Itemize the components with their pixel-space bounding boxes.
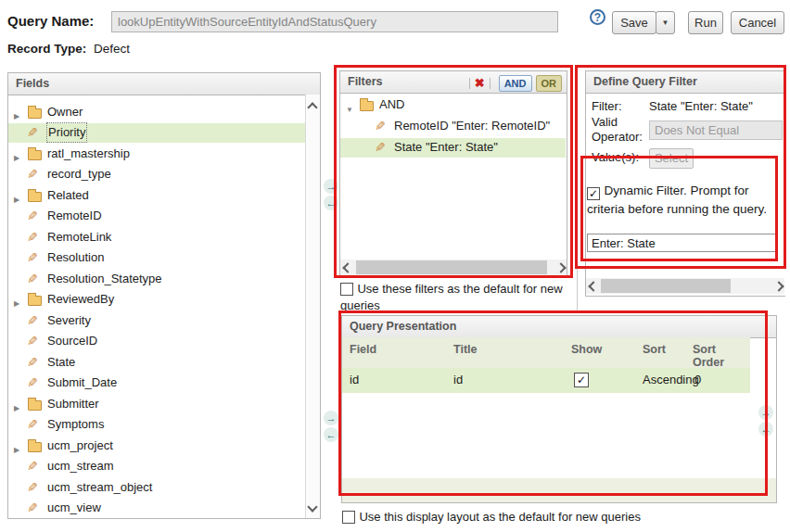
checkbox-unchecked[interactable] xyxy=(340,283,353,296)
scrollbar-thumb[interactable] xyxy=(601,279,731,293)
or-button[interactable]: OR xyxy=(536,75,563,92)
move-right-button[interactable]: → xyxy=(758,405,773,420)
folder-icon xyxy=(28,108,42,119)
fields-tree: ✎ ▶Owner ✎Priority ▶ratl_mastership ✎rec… xyxy=(8,95,305,517)
values-label: Value(s): xyxy=(592,150,649,165)
valid-operator-label: Valid Operator: xyxy=(592,115,649,145)
filter-group-and[interactable]: ▼ AND xyxy=(340,95,566,115)
field-item-label: Symptoms xyxy=(47,415,104,434)
presentation-default-checkbox-label: Use this display layout as the default f… xyxy=(359,510,641,524)
query-name-input[interactable] xyxy=(111,11,558,32)
move-left-button[interactable]: ← xyxy=(324,196,338,210)
expand-icon[interactable]: ▶ xyxy=(14,295,19,313)
run-button[interactable]: Run xyxy=(688,11,723,34)
scrollbar-thumb[interactable] xyxy=(356,260,547,274)
field-item-severity[interactable]: ✎Severity xyxy=(8,311,305,331)
pencil-icon: ✎ xyxy=(27,499,38,517)
field-item-sourceid[interactable]: ✎SourceID xyxy=(8,332,305,351)
save-button[interactable]: Save xyxy=(612,11,656,34)
field-item-label: Related xyxy=(47,186,89,205)
cell-field: id xyxy=(350,373,359,386)
record-type-label: Record Type: xyxy=(7,42,86,56)
field-item-label: ucm_stream xyxy=(47,457,114,475)
field-item-ratl-mastership[interactable]: ▶ratl_mastership xyxy=(8,145,305,164)
field-item-ucm-project[interactable]: ▶ucm_project xyxy=(8,437,305,456)
field-item-state[interactable]: ✎State xyxy=(8,353,305,373)
field-item-label: ReviewedBy xyxy=(47,290,114,309)
filter-item-state[interactable]: ✎ State "Enter: State" xyxy=(340,138,566,158)
save-dropdown-button[interactable]: ▼ xyxy=(656,11,675,34)
delete-filter-icon[interactable]: ✖ xyxy=(475,76,485,90)
field-item-resolution-statetype[interactable]: ✎Resolution_Statetype xyxy=(8,270,305,289)
fields-scrollbar[interactable] xyxy=(305,95,320,518)
move-right-button[interactable]: → xyxy=(324,411,338,425)
cell-title: id xyxy=(453,373,463,386)
field-item-remotelink[interactable]: ✎RemoteLink xyxy=(8,228,305,247)
fields-panel-title: Fields xyxy=(8,73,320,95)
field-item-ucm-stream[interactable]: ✎ucm_stream xyxy=(8,457,305,476)
define-hscrollbar[interactable] xyxy=(586,278,784,294)
help-icon[interactable]: ? xyxy=(590,9,605,25)
column-sort-order[interactable]: Sort Order xyxy=(693,343,732,369)
field-item-owner[interactable]: ▶Owner xyxy=(8,103,305,122)
chevron-down-icon: ▼ xyxy=(656,12,674,33)
move-left-button[interactable]: ← xyxy=(758,422,773,437)
move-left-button[interactable]: ← xyxy=(324,427,338,442)
field-item-record-type[interactable]: ✎record_type xyxy=(8,165,305,184)
field-item-submitter[interactable]: ▶Submitter xyxy=(8,395,305,414)
define-filter-panel-title: Define Query Filter xyxy=(586,71,785,94)
checkbox-unchecked[interactable] xyxy=(342,511,355,524)
valid-operator-select[interactable]: Does Not Equal xyxy=(649,120,783,140)
field-item-ucm-stream-object[interactable]: ✎ucm_stream_object xyxy=(8,478,305,498)
folder-icon xyxy=(28,150,42,160)
and-button[interactable]: AND xyxy=(499,75,532,92)
presentation-table-header: Field Title Show Sort Sort Order xyxy=(342,337,750,368)
column-show[interactable]: Show xyxy=(571,343,602,356)
field-item-label: Submit_Date xyxy=(47,374,117,392)
checkbox-checked[interactable]: ✓ xyxy=(587,187,600,200)
folder-icon xyxy=(360,101,374,111)
field-item-label: Severity xyxy=(47,311,91,330)
field-item-submit-date[interactable]: ✎Submit_Date xyxy=(8,374,305,393)
field-item-label: Resolution xyxy=(47,248,104,267)
dynamic-filter-row[interactable]: ✓ Dynamic Filter. Prompt for criteria be… xyxy=(587,182,774,217)
field-item-label: ratl_mastership xyxy=(47,145,130,163)
show-checkbox-checked[interactable]: ✓ xyxy=(574,373,589,387)
column-sort[interactable]: Sort xyxy=(643,343,666,356)
divider xyxy=(490,78,491,89)
query-editor: Query Name: ? Save ▼ Run Cancel Record T… xyxy=(0,0,790,532)
field-item-priority[interactable]: ✎Priority xyxy=(8,123,305,143)
field-item-label: ucm_stream_object xyxy=(47,478,152,497)
folder-icon xyxy=(28,442,42,452)
field-item-related[interactable]: ▶Related xyxy=(8,186,305,206)
pencil-icon: ✎ xyxy=(27,374,38,392)
move-right-button[interactable]: → xyxy=(324,179,338,194)
folder-icon xyxy=(28,400,42,411)
field-item-ucm-view[interactable]: ✎ucm_view xyxy=(8,499,305,517)
cell-sort[interactable]: Ascending xyxy=(643,373,699,386)
pencil-icon: ✎ xyxy=(375,138,386,157)
dynamic-filter-input[interactable] xyxy=(587,234,778,252)
query-presentation-title: Query Presentation xyxy=(342,316,776,338)
cancel-button[interactable]: Cancel xyxy=(731,11,784,34)
column-title[interactable]: Title xyxy=(453,343,477,356)
filter-item-remoteid[interactable]: ✎ RemoteID "Enter: RemoteID" xyxy=(340,117,566,136)
pencil-icon: ✎ xyxy=(27,165,38,184)
field-item-label: SourceID xyxy=(47,332,97,350)
pencil-icon: ✎ xyxy=(27,123,38,142)
field-item-reviewedby[interactable]: ▶ReviewedBy xyxy=(8,290,305,310)
field-item-label: State xyxy=(47,353,75,372)
field-item-label: Submitter xyxy=(47,395,99,413)
field-item-symptoms[interactable]: ✎Symptoms xyxy=(8,415,305,435)
column-field[interactable]: Field xyxy=(350,343,376,356)
presentation-row-id[interactable]: id id ✓ Ascending 0 xyxy=(342,368,750,393)
filters-default-checkbox-row[interactable]: Use these filters as the default for new… xyxy=(340,280,570,313)
cell-sort-order[interactable]: 0 xyxy=(694,373,701,386)
cancel-button-label: Cancel xyxy=(732,12,784,33)
presentation-default-checkbox-row[interactable]: Use this display layout as the default f… xyxy=(342,508,778,525)
pencil-icon: ✎ xyxy=(27,228,38,247)
filters-hscrollbar[interactable] xyxy=(340,260,567,275)
field-item-resolution[interactable]: ✎Resolution xyxy=(8,248,305,268)
field-item-remoteid[interactable]: ✎RemoteID xyxy=(8,207,305,226)
select-values-button[interactable]: Select xyxy=(649,148,694,169)
